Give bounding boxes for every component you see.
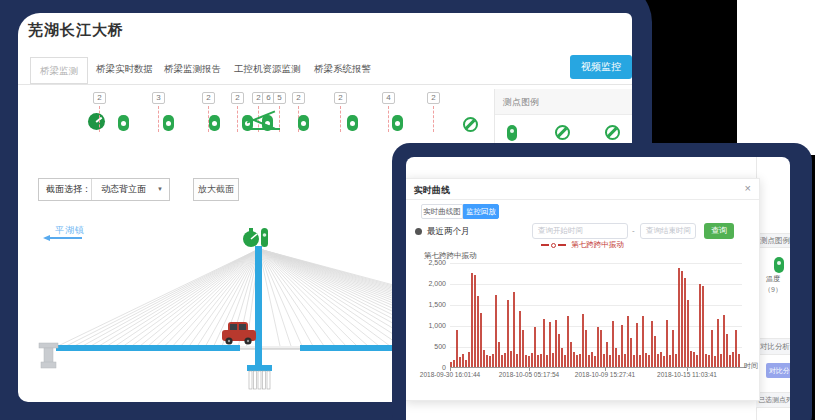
chart-bar — [501, 355, 503, 367]
chart-bar — [606, 342, 608, 367]
chart-bar — [483, 350, 485, 367]
tab-bridge-monitoring[interactable]: 桥梁监测 — [30, 57, 88, 84]
screen: 芜湖长江大桥 桥梁监测 桥梁实时数据 桥梁监测报告 工控机资源监测 桥梁系统报警… — [0, 0, 815, 420]
chart-bar — [471, 273, 473, 367]
tab-system-alarm[interactable]: 桥梁系统报警 — [314, 63, 371, 76]
sensor-icon[interactable] — [209, 115, 220, 131]
x-axis — [450, 367, 746, 368]
end-time-input[interactable]: 查询结束时间 — [640, 223, 696, 239]
chart-bar — [681, 271, 683, 367]
chart-legend[interactable]: 第七跨跨中振动 — [406, 240, 759, 250]
chart-bar — [684, 278, 686, 367]
y-tick: 1,000 — [406, 322, 446, 329]
video-monitor-button[interactable]: 视频监控 — [570, 55, 632, 79]
y-tick: 0 — [406, 364, 446, 371]
chart-bar — [522, 330, 524, 367]
chart-bar — [708, 355, 710, 367]
chart-bar — [513, 292, 515, 367]
chart-bar — [690, 351, 692, 367]
chart-bar — [612, 321, 614, 367]
y-tick: 1,500 — [406, 301, 446, 308]
enlarge-section-button[interactable]: 放大截面 — [193, 178, 239, 201]
foundation-cap — [247, 365, 272, 371]
chart-bar — [510, 351, 512, 367]
section-select-dropdown[interactable]: 动态背立面 ▼ — [91, 179, 169, 200]
sensor-count-badge: 3 — [152, 92, 165, 104]
selected-points-title: 已选测点列表 — [756, 392, 790, 408]
chart-bar — [495, 295, 497, 367]
query-button[interactable]: 查询 — [704, 223, 734, 239]
chart-bar — [726, 334, 728, 367]
chart-bar — [489, 356, 491, 367]
chart-bar — [603, 354, 605, 367]
compare-analysis-button[interactable]: 对比分析 — [766, 363, 790, 378]
chart-bar — [627, 316, 629, 367]
chevron-down-icon: ▼ — [157, 179, 163, 200]
sensor-icon[interactable] — [163, 115, 174, 131]
chart-bar — [651, 321, 653, 367]
chart-bar — [723, 315, 725, 367]
sensor-icon[interactable] — [347, 115, 358, 131]
chart-bar — [531, 353, 533, 367]
close-icon[interactable]: × — [745, 182, 751, 194]
chart-bar — [462, 354, 464, 367]
chart-bar — [474, 275, 476, 367]
sensor-drop-line — [99, 106, 100, 132]
sensor-drop-line — [237, 106, 238, 132]
chart-bar — [678, 268, 680, 367]
thermometer-icon[interactable] — [507, 125, 517, 141]
temperature-label: 温度 — [756, 274, 790, 284]
tab-realtime-data[interactable]: 桥梁实时数据 — [96, 63, 153, 76]
sensor-icon[interactable] — [392, 115, 403, 131]
chart-bar — [711, 330, 713, 367]
chart-bar — [465, 360, 467, 367]
chart-bar — [657, 354, 659, 367]
x-tick-label: 2018-10-09 15:27:41 — [571, 371, 639, 378]
chart-bar — [549, 322, 551, 367]
tab-monitor-report[interactable]: 桥梁监测报告 — [164, 63, 221, 76]
chart-bar — [621, 325, 623, 367]
x-tick-label: 2018-09-30 16:01:44 — [416, 371, 484, 378]
anemometer-icon[interactable] — [88, 113, 105, 130]
chart-bar — [468, 352, 470, 367]
sensor-icon[interactable] — [298, 115, 309, 131]
sensor-count-badge: 2 — [292, 92, 305, 104]
truss-sensor-icon — [244, 128, 280, 130]
sensor-drop-line — [340, 106, 341, 132]
chart-bar — [663, 356, 665, 367]
y-tick: 2,500 — [406, 259, 446, 266]
tab-ipc-resource[interactable]: 工控机资源监测 — [234, 63, 301, 76]
background-window-strip — [737, 0, 815, 155]
chart-bar — [555, 320, 557, 367]
chart-bar — [735, 330, 737, 367]
disabled-sensor-icon[interactable] — [605, 125, 620, 140]
sensor-count-badge: 2 — [334, 92, 347, 104]
chart-bar — [672, 330, 674, 367]
chart-bar — [648, 355, 650, 367]
chart-bar — [699, 284, 701, 367]
start-time-input[interactable]: 查询开始时间 — [532, 223, 628, 239]
tab-realtime-curve[interactable]: 实时曲线图 — [421, 204, 463, 219]
chart-bar — [498, 342, 500, 367]
chart-bar — [480, 313, 482, 367]
chart-bar — [453, 360, 455, 367]
disabled-sensor-icon[interactable] — [555, 125, 570, 140]
chart-bar — [591, 352, 593, 367]
chart-plot-area — [450, 263, 742, 368]
sensor-icon[interactable] — [118, 115, 129, 131]
tab-monitor-playback[interactable]: 监控回放 — [463, 204, 499, 219]
bridge-deck-left — [56, 345, 240, 351]
sensor-count-badge: 5 — [273, 92, 286, 104]
chart-bar — [687, 300, 689, 367]
chart-bar — [624, 354, 626, 367]
chart-bar — [738, 354, 740, 367]
realtime-curve-dialog: 实时曲线 × 实时曲线图 监控回放 最近两个月 查询开始时间 - 查询结束时间 … — [406, 178, 760, 401]
sensor-drop-line — [158, 106, 159, 132]
disabled-sensor-icon[interactable] — [463, 117, 478, 132]
chart-bar — [729, 355, 731, 367]
chart-bar — [732, 352, 734, 367]
chart-bar — [675, 354, 677, 367]
chart-bar — [504, 353, 506, 367]
thermometer-icon[interactable] — [774, 257, 784, 273]
radio-last-two-months[interactable] — [415, 228, 422, 235]
